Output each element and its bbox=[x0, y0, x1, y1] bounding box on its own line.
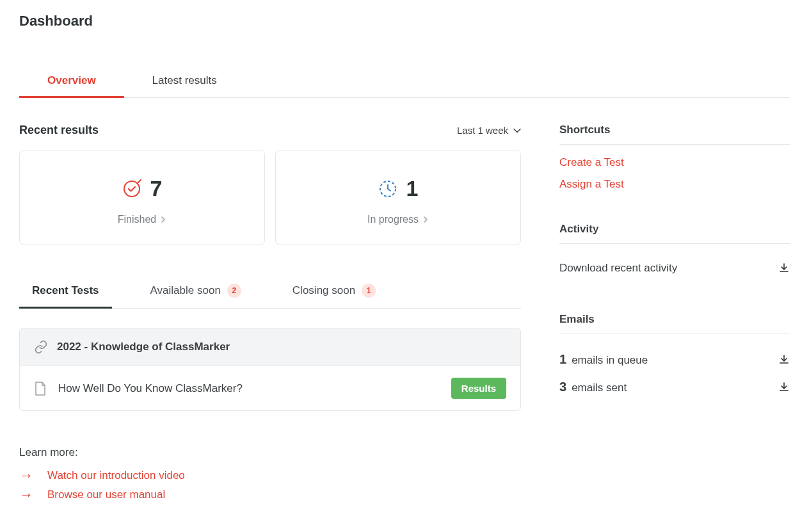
emails-sent-label: emails sent bbox=[572, 382, 627, 394]
clock-icon bbox=[378, 179, 397, 198]
in-progress-count: 1 bbox=[406, 176, 419, 201]
test-item[interactable]: How Well Do You Know ClassMarker? Result… bbox=[20, 366, 520, 410]
test-header-title: 2022 - Knowledge of ClassMarker bbox=[57, 341, 230, 353]
download-activity-label: Download recent activity bbox=[559, 262, 677, 275]
browse-manual-label: Browse our user manual bbox=[47, 488, 165, 501]
emails-title: Emails bbox=[559, 313, 790, 334]
results-button[interactable]: Results bbox=[451, 378, 506, 399]
in-progress-link[interactable]: In progress bbox=[367, 214, 429, 225]
chevron-down-icon bbox=[513, 128, 521, 133]
download-icon bbox=[778, 354, 790, 366]
shortcuts-title: Shortcuts bbox=[559, 124, 790, 145]
emails-sent-row[interactable]: 3 emails sent bbox=[559, 373, 790, 401]
tab-overview[interactable]: Overview bbox=[19, 74, 124, 98]
test-item-title: How Well Do You Know ClassMarker? bbox=[58, 382, 440, 395]
chevron-right-icon bbox=[160, 216, 166, 223]
emails-queue-label: emails in queue bbox=[572, 354, 648, 367]
activity-section: Activity Download recent activity bbox=[559, 223, 790, 281]
watch-video-label: Watch our introduction video bbox=[47, 469, 185, 482]
download-icon bbox=[778, 262, 790, 274]
activity-title: Activity bbox=[559, 223, 790, 244]
closing-soon-badge: 1 bbox=[362, 284, 376, 298]
shortcuts-section: Shortcuts Create a Test Assign a Test bbox=[559, 124, 790, 191]
learn-more-title: Learn more: bbox=[19, 446, 521, 459]
chevron-right-icon bbox=[422, 216, 429, 223]
browse-manual-link[interactable]: → Browse our user manual bbox=[19, 488, 521, 502]
assign-test-link[interactable]: Assign a Test bbox=[559, 178, 790, 191]
sub-tab-recent-tests[interactable]: Recent Tests bbox=[19, 284, 112, 309]
time-filter-dropdown[interactable]: Last 1 week bbox=[457, 125, 521, 136]
emails-queue-count: 1 bbox=[559, 352, 566, 367]
download-icon bbox=[778, 382, 790, 393]
sub-tab-closing-soon[interactable]: Closing soon 1 bbox=[280, 284, 388, 309]
emails-queue-row[interactable]: 1 emails in queue bbox=[559, 346, 790, 373]
sub-tab-available-soon[interactable]: Available soon 2 bbox=[138, 284, 254, 309]
finished-card[interactable]: 7 Finished bbox=[19, 150, 265, 245]
tab-latest-results[interactable]: Latest results bbox=[124, 74, 245, 98]
create-test-link[interactable]: Create a Test bbox=[559, 156, 790, 169]
link-icon bbox=[34, 340, 48, 354]
in-progress-label: In progress bbox=[367, 214, 419, 225]
available-soon-label: Available soon bbox=[150, 284, 221, 297]
learn-more-section: Learn more: → Watch our introduction vid… bbox=[19, 446, 521, 502]
watch-video-link[interactable]: → Watch our introduction video bbox=[19, 469, 521, 483]
finished-label: Finished bbox=[118, 214, 156, 225]
document-icon bbox=[34, 381, 47, 396]
in-progress-card[interactable]: 1 In progress bbox=[275, 150, 521, 245]
arrow-right-icon: → bbox=[19, 469, 33, 483]
download-activity-row[interactable]: Download recent activity bbox=[559, 255, 790, 281]
available-soon-badge: 2 bbox=[227, 284, 241, 298]
emails-sent-count: 3 bbox=[559, 380, 566, 394]
arrow-right-icon: → bbox=[19, 488, 33, 502]
page-title: Dashboard bbox=[19, 13, 790, 29]
emails-section: Emails 1 emails in queue 3 emails sent bbox=[559, 313, 790, 401]
finished-link[interactable]: Finished bbox=[118, 214, 166, 225]
time-filter-label: Last 1 week bbox=[457, 125, 508, 136]
sub-tabs: Recent Tests Available soon 2 Closing so… bbox=[19, 284, 521, 309]
finished-count: 7 bbox=[150, 176, 163, 201]
test-list: 2022 - Knowledge of ClassMarker How Well… bbox=[19, 328, 521, 411]
checkmark-circle-icon bbox=[122, 179, 141, 198]
main-tabs: Overview Latest results bbox=[19, 74, 790, 98]
test-list-header[interactable]: 2022 - Knowledge of ClassMarker bbox=[20, 328, 520, 366]
recent-results-title: Recent results bbox=[19, 124, 99, 137]
closing-soon-label: Closing soon bbox=[292, 284, 355, 297]
